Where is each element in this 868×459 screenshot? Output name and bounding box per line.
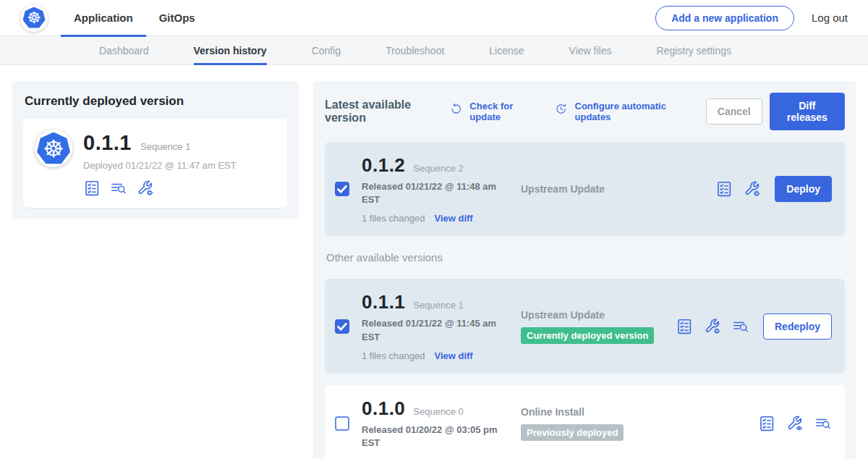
version-checkbox[interactable] [335,319,349,334]
top-tab-gitops[interactable]: GitOps [146,0,208,36]
version-checkbox[interactable] [335,416,349,431]
tab-config[interactable]: Config [312,36,341,64]
files-changed-label: 1 files changed [362,350,425,361]
version-source-col: Upstream Update [521,183,715,195]
app-logo: ☸ [35,130,72,167]
config-wrench-gear-icon[interactable] [704,318,721,335]
version-sequence: Sequence 0 [413,406,463,417]
tab-view-files[interactable]: View files [569,36,612,64]
latest-available-title: Latest available version [325,98,438,125]
other-versions-list: 0.1.1 Sequence 1 Released 01/21/22 @ 11:… [325,279,845,459]
top-tab-application[interactable]: Application [61,0,146,36]
version-released-date: Released 01/21/22 @ 11:48 am EST [362,180,506,206]
app-sub-nav: Dashboard Version history Config Trouble… [0,36,868,65]
config-wrench-gear-icon[interactable] [137,180,154,197]
view-diff-link[interactable]: View diff [434,350,472,361]
available-header: Latest available version Check for updat… [325,93,845,130]
tab-registry-settings[interactable]: Registry settings [656,36,731,64]
files-changed-label: 1 files changed [362,213,425,224]
version-actions [758,415,832,432]
kubernetes-icon: ☸ [37,132,70,165]
main-content: Currently deployed version ☸ 0.1.1 Seque… [0,65,868,459]
version-number: 0.1.1 [362,291,405,313]
tab-version-history[interactable]: Version history [194,36,267,64]
view-diff-link[interactable]: View diff [434,213,472,224]
version-number: 0.1.0 [362,397,405,420]
files-changed-line: 1 files changed View diff [362,350,521,361]
deploy-button[interactable]: Deploy [775,176,832,202]
status-badge: Currently deployed version [521,327,654,344]
preflight-checklist-icon[interactable] [758,415,775,432]
version-source-label: Upstream Update [521,309,676,321]
version-info: 0.1.0 Sequence 0 Released 01/20/22 @ 03:… [362,385,521,459]
deployed-version-actions [83,180,237,197]
tab-troubleshoot[interactable]: Troubleshoot [386,36,444,64]
kubernetes-icon: ☸ [23,7,46,29]
config-wrench-eye-icon[interactable] [786,415,804,432]
version-released-date: Released 01/20/22 @ 03:05 pm EST [362,424,506,450]
logs-search-icon[interactable] [110,180,127,197]
check-for-update-link[interactable]: Check for update [450,101,536,122]
config-wrench-gear-icon[interactable] [744,180,761,198]
version-sequence: Sequence 2 [413,163,463,174]
version-released-date: Released 01/21/22 @ 11:45 am EST [362,317,506,343]
version-row: 0.1.2 Sequence 2 Released 01/21/22 @ 11:… [325,142,845,236]
available-versions-panel: Latest available version Check for updat… [313,81,856,459]
version-info: 0.1.2 Sequence 2 Released 01/21/22 @ 11:… [362,142,521,236]
deployed-version-card: ☸ 0.1.1 Sequence 1 Deployed 01/21/22 @ 1… [23,119,287,208]
cancel-button[interactable]: Cancel [706,98,762,125]
files-changed-line: 1 files changed View diff [362,213,521,224]
redeploy-button[interactable]: Redeploy [763,313,832,340]
deployed-version-number: 0.1.1 [83,131,132,155]
version-actions: Redeploy [676,313,832,340]
tab-license[interactable]: License [489,36,524,64]
version-sequence: Sequence 1 [413,300,463,311]
status-badge: Previously deployed [521,424,624,441]
configure-automatic-updates-label: Configure automatic updates [575,101,687,122]
version-source-col: Upstream Update Currently deployed versi… [521,309,676,344]
refresh-icon [450,103,465,120]
version-source-label: Upstream Update [521,183,715,195]
currently-deployed-panel: Currently deployed version ☸ 0.1.1 Seque… [12,81,299,219]
logs-search-icon[interactable] [814,415,832,432]
latest-version-list: 0.1.2 Sequence 2 Released 01/21/22 @ 11:… [325,142,845,236]
other-available-versions-title: Other available versions [326,251,845,264]
add-application-button[interactable]: Add a new application [655,6,794,30]
logout-link[interactable]: Log out [812,12,848,24]
deployed-version-date: Deployed 01/21/22 @ 11:47 am EST [83,160,237,171]
diff-releases-button[interactable]: Diff releases [770,93,845,130]
version-checkbox[interactable] [335,182,349,196]
deployed-version-sequence: Sequence 1 [140,141,190,152]
version-source-col: Online Install Previously deployed [521,406,758,441]
version-row: 0.1.1 Sequence 1 Released 01/21/22 @ 11:… [325,279,845,373]
app-logo[interactable]: ☸ [20,4,48,32]
configure-automatic-updates-link[interactable]: Configure automatic updates [555,101,687,122]
version-info: 0.1.1 Sequence 1 Released 01/21/22 @ 11:… [362,279,521,373]
preflight-checklist-icon[interactable] [83,180,101,197]
top-nav: ☸ Application GitOps Add a new applicati… [0,0,868,36]
preflight-checklist-icon[interactable] [676,318,693,335]
version-actions: Deploy [715,176,832,202]
schedule-update-icon [555,103,570,120]
logs-search-icon[interactable] [732,318,749,335]
check-for-update-label: Check for update [469,101,535,122]
deployed-panel-title: Currently deployed version [25,94,287,109]
preflight-checklist-icon[interactable] [715,180,733,198]
version-number: 0.1.2 [362,154,405,177]
version-row: 0.1.0 Sequence 0 Released 01/20/22 @ 03:… [325,385,845,459]
version-source-label: Online Install [521,406,758,418]
tab-dashboard[interactable]: Dashboard [99,36,149,64]
